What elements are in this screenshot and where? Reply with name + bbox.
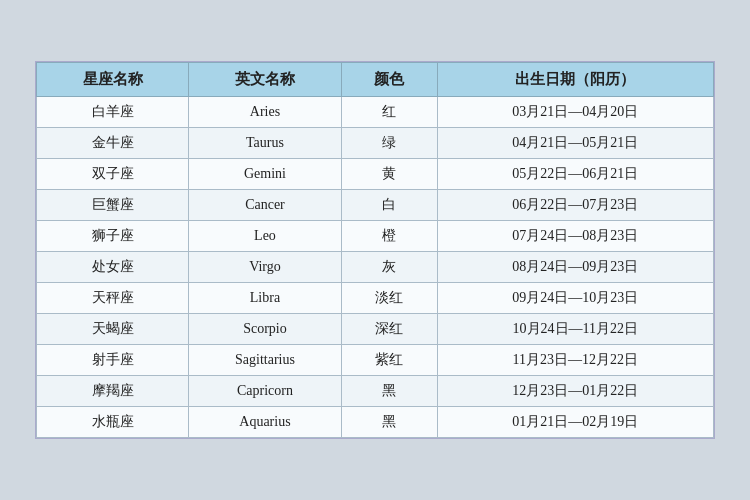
cell-9-1: Capricorn xyxy=(189,376,341,407)
header-col-3: 出生日期（阳历） xyxy=(437,63,713,97)
cell-5-1: Virgo xyxy=(189,252,341,283)
cell-1-1: Taurus xyxy=(189,128,341,159)
table-row: 双子座Gemini黄05月22日—06月21日 xyxy=(37,159,714,190)
cell-9-3: 12月23日—01月22日 xyxy=(437,376,713,407)
cell-7-3: 10月24日—11月22日 xyxy=(437,314,713,345)
cell-2-3: 05月22日—06月21日 xyxy=(437,159,713,190)
zodiac-table-container: 星座名称英文名称颜色出生日期（阳历） 白羊座Aries红03月21日—04月20… xyxy=(35,61,715,439)
table-header-row: 星座名称英文名称颜色出生日期（阳历） xyxy=(37,63,714,97)
cell-7-0: 天蝎座 xyxy=(37,314,189,345)
table-body: 白羊座Aries红03月21日—04月20日金牛座Taurus绿04月21日—0… xyxy=(37,97,714,438)
cell-1-3: 04月21日—05月21日 xyxy=(437,128,713,159)
header-col-2: 颜色 xyxy=(341,63,437,97)
cell-4-3: 07月24日—08月23日 xyxy=(437,221,713,252)
cell-1-0: 金牛座 xyxy=(37,128,189,159)
zodiac-table: 星座名称英文名称颜色出生日期（阳历） 白羊座Aries红03月21日—04月20… xyxy=(36,62,714,438)
table-row: 摩羯座Capricorn黑12月23日—01月22日 xyxy=(37,376,714,407)
cell-0-1: Aries xyxy=(189,97,341,128)
cell-9-0: 摩羯座 xyxy=(37,376,189,407)
cell-8-2: 紫红 xyxy=(341,345,437,376)
cell-0-3: 03月21日—04月20日 xyxy=(437,97,713,128)
table-row: 水瓶座Aquarius黑01月21日—02月19日 xyxy=(37,407,714,438)
table-row: 天蝎座Scorpio深红10月24日—11月22日 xyxy=(37,314,714,345)
cell-4-2: 橙 xyxy=(341,221,437,252)
cell-3-2: 白 xyxy=(341,190,437,221)
cell-3-1: Cancer xyxy=(189,190,341,221)
cell-3-0: 巨蟹座 xyxy=(37,190,189,221)
cell-4-1: Leo xyxy=(189,221,341,252)
cell-0-2: 红 xyxy=(341,97,437,128)
cell-5-2: 灰 xyxy=(341,252,437,283)
cell-10-0: 水瓶座 xyxy=(37,407,189,438)
cell-0-0: 白羊座 xyxy=(37,97,189,128)
cell-1-2: 绿 xyxy=(341,128,437,159)
cell-5-0: 处女座 xyxy=(37,252,189,283)
cell-4-0: 狮子座 xyxy=(37,221,189,252)
header-col-1: 英文名称 xyxy=(189,63,341,97)
cell-10-2: 黑 xyxy=(341,407,437,438)
table-row: 处女座Virgo灰08月24日—09月23日 xyxy=(37,252,714,283)
cell-7-1: Scorpio xyxy=(189,314,341,345)
cell-5-3: 08月24日—09月23日 xyxy=(437,252,713,283)
cell-9-2: 黑 xyxy=(341,376,437,407)
cell-6-2: 淡红 xyxy=(341,283,437,314)
cell-7-2: 深红 xyxy=(341,314,437,345)
table-row: 金牛座Taurus绿04月21日—05月21日 xyxy=(37,128,714,159)
table-row: 射手座Sagittarius紫红11月23日—12月22日 xyxy=(37,345,714,376)
cell-10-3: 01月21日—02月19日 xyxy=(437,407,713,438)
table-row: 白羊座Aries红03月21日—04月20日 xyxy=(37,97,714,128)
cell-2-1: Gemini xyxy=(189,159,341,190)
cell-8-0: 射手座 xyxy=(37,345,189,376)
cell-2-2: 黄 xyxy=(341,159,437,190)
cell-8-1: Sagittarius xyxy=(189,345,341,376)
cell-3-3: 06月22日—07月23日 xyxy=(437,190,713,221)
cell-10-1: Aquarius xyxy=(189,407,341,438)
header-col-0: 星座名称 xyxy=(37,63,189,97)
cell-6-3: 09月24日—10月23日 xyxy=(437,283,713,314)
table-row: 巨蟹座Cancer白06月22日—07月23日 xyxy=(37,190,714,221)
cell-6-1: Libra xyxy=(189,283,341,314)
cell-6-0: 天秤座 xyxy=(37,283,189,314)
table-row: 天秤座Libra淡红09月24日—10月23日 xyxy=(37,283,714,314)
cell-2-0: 双子座 xyxy=(37,159,189,190)
table-row: 狮子座Leo橙07月24日—08月23日 xyxy=(37,221,714,252)
cell-8-3: 11月23日—12月22日 xyxy=(437,345,713,376)
